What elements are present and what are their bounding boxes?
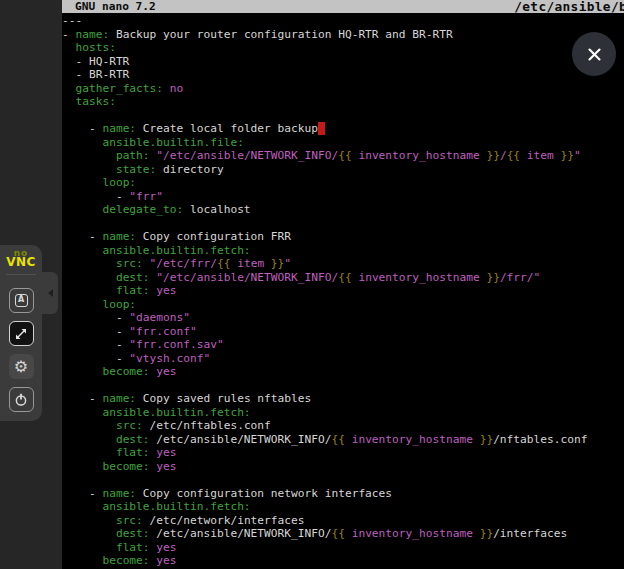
- editor-line: - name: Copy configuration network inter…: [62, 487, 624, 501]
- code-segment: {{: [331, 527, 344, 540]
- code-segment: ": [284, 257, 291, 270]
- code-segment: name:: [102, 392, 136, 405]
- code-segment: state:: [116, 163, 156, 176]
- code-segment: loop:: [102, 176, 136, 189]
- editor-line: ansible.builtin.fetch:: [62, 500, 624, 514]
- code-segment: /etc/network/interfaces: [143, 514, 305, 527]
- editor-line: ansible.builtin.fetch:: [62, 406, 624, 420]
- code-segment: ---: [62, 14, 82, 27]
- novnc-logo-bottom: VNC: [6, 258, 36, 267]
- editor-line: gather_facts: no: [62, 82, 624, 96]
- code-segment: [62, 514, 116, 527]
- editor-line: dest: /etc/ansible/NETWORK_INFO/{{ inven…: [62, 527, 624, 541]
- code-segment: ansible.builtin.fetch:: [102, 406, 250, 419]
- code-segment: item: [520, 149, 560, 162]
- code-segment: -: [62, 230, 102, 243]
- code-segment: Copy configuration network interfaces: [136, 487, 392, 500]
- code-segment: name:: [102, 122, 136, 135]
- code-segment: }}: [271, 257, 284, 270]
- code-segment: [62, 500, 102, 513]
- editor-line: dest: /etc/ansible/NETWORK_INFO/{{ inven…: [62, 433, 624, 447]
- code-segment: }}: [486, 271, 499, 284]
- editor-line: [62, 109, 624, 123]
- code-segment: item: [230, 257, 270, 270]
- code-segment: Backup your router configuration HQ-RTR …: [109, 28, 453, 41]
- code-segment: "/etc/frr/: [150, 257, 217, 270]
- code-segment: flat:: [116, 446, 150, 459]
- code-segment: ansible.builtin.fetch:: [102, 500, 250, 513]
- code-segment: -: [62, 338, 129, 351]
- code-segment: "vtysh.conf": [129, 352, 210, 365]
- code-segment: [62, 365, 102, 378]
- code-segment: gather_facts:: [75, 82, 163, 95]
- editor-content[interactable]: ---- name: Backup your router configurat…: [62, 14, 624, 569]
- disconnect-button[interactable]: [9, 387, 34, 412]
- code-segment: }}: [480, 433, 493, 446]
- code-segment: [62, 176, 102, 189]
- control-bar-handle[interactable]: [42, 272, 58, 314]
- code-segment: dest:: [116, 433, 150, 446]
- code-segment: yes: [150, 554, 177, 567]
- collapse-left-triangle-icon: [48, 289, 53, 297]
- editor-line: - HQ-RTR: [62, 55, 624, 69]
- code-segment: -: [62, 487, 102, 500]
- code-segment: {{: [331, 433, 344, 446]
- code-segment: {{: [217, 257, 230, 270]
- editor-line: flat: yes: [62, 284, 624, 298]
- editor-line: - "daemons": [62, 311, 624, 325]
- code-segment: "/etc/ansible/NETWORK_INFO/: [156, 149, 338, 162]
- editor-line: - "frr": [62, 190, 624, 204]
- code-segment: Create local folder backup: [136, 122, 318, 135]
- code-segment: name:: [102, 230, 136, 243]
- settings-button[interactable]: ⚙: [9, 354, 34, 379]
- editor-line: src: /etc/nftables.conf: [62, 419, 624, 433]
- novnc-control-bar: no VNC A ⚙: [0, 245, 42, 421]
- code-segment: [143, 257, 150, 270]
- settings-gear-icon: ⚙: [14, 359, 28, 375]
- extra-keys-button[interactable]: A: [9, 288, 34, 313]
- code-segment: become:: [102, 460, 149, 473]
- extra-keys-icon: A: [15, 294, 28, 307]
- code-segment: [62, 163, 116, 176]
- code-segment: become:: [102, 365, 149, 378]
- code-segment: -: [62, 311, 129, 324]
- close-button[interactable]: [572, 32, 616, 76]
- code-segment: ansible.builtin.fetch:: [102, 244, 250, 257]
- editor-line: [62, 379, 624, 393]
- code-segment: flat:: [116, 284, 150, 297]
- code-segment: localhost: [183, 203, 250, 216]
- code-segment: src:: [116, 419, 143, 432]
- code-segment: [62, 554, 102, 567]
- code-segment: "/etc/ansible/NETWORK_INFO/: [156, 271, 338, 284]
- fullscreen-button[interactable]: [9, 321, 34, 346]
- power-disconnect-icon: [14, 393, 28, 407]
- code-segment: delegate_to:: [102, 203, 183, 216]
- code-segment: directory: [156, 163, 223, 176]
- code-segment: flat:: [116, 541, 150, 554]
- editor-line: ---: [62, 14, 624, 28]
- editor-line: - name: Copy saved rules nftables: [62, 392, 624, 406]
- code-segment: ": [574, 149, 581, 162]
- code-segment: [62, 95, 75, 108]
- vnc-terminal-screen[interactable]: GNU nano 7.2 /etc/ansible/b ---- name: B…: [62, 0, 624, 569]
- code-segment: [62, 203, 102, 216]
- code-segment: - BR-RTR: [62, 68, 129, 81]
- code-segment: /interfaces: [493, 527, 567, 540]
- editor-line: [62, 217, 624, 231]
- code-segment: dest:: [116, 527, 150, 540]
- editor-line: dest: "/etc/ansible/NETWORK_INFO/{{ inve…: [62, 271, 624, 285]
- code-segment: "frr": [129, 190, 163, 203]
- editor-line: hosts:: [62, 41, 624, 55]
- code-segment: - HQ-RTR: [62, 55, 129, 68]
- code-segment: {{: [507, 149, 520, 162]
- code-segment: yes: [150, 460, 177, 473]
- code-segment: }}: [561, 149, 574, 162]
- text-cursor: [318, 122, 325, 135]
- editor-line: loop:: [62, 298, 624, 312]
- editor-line: ansible.builtin.fetch:: [62, 244, 624, 258]
- code-segment: yes: [150, 284, 177, 297]
- code-segment: [62, 41, 75, 54]
- code-segment: src:: [116, 257, 143, 270]
- code-segment: [62, 419, 116, 432]
- code-segment: [62, 149, 116, 162]
